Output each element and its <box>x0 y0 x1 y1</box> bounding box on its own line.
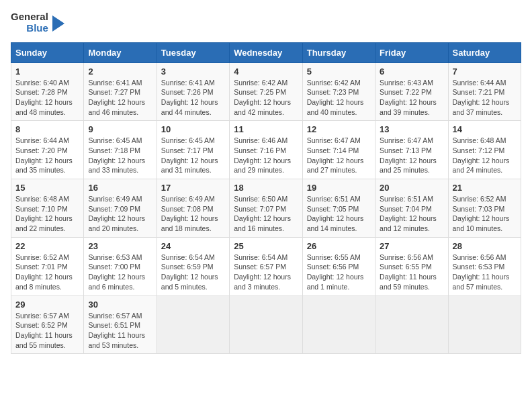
calendar-cell: 23Sunrise: 6:53 AM Sunset: 7:00 PM Dayli… <box>84 237 157 295</box>
day-number: 11 <box>234 124 298 134</box>
logo: General Blue <box>11 11 64 34</box>
day-number: 10 <box>161 124 225 134</box>
day-number: 14 <box>453 124 517 134</box>
column-header-monday: Monday <box>84 42 157 62</box>
day-info: Sunrise: 6:42 AM Sunset: 7:25 PM Dayligh… <box>234 78 298 118</box>
calendar-week-row: 15Sunrise: 6:48 AM Sunset: 7:10 PM Dayli… <box>11 179 521 238</box>
day-info: Sunrise: 6:44 AM Sunset: 7:21 PM Dayligh… <box>453 78 517 118</box>
day-number: 27 <box>380 241 443 251</box>
calendar-table: SundayMondayTuesdayWednesdayThursdayFrid… <box>11 42 521 355</box>
calendar-week-row: 8Sunrise: 6:44 AM Sunset: 7:20 PM Daylig… <box>11 121 521 179</box>
calendar-cell: 29Sunrise: 6:57 AM Sunset: 6:52 PM Dayli… <box>11 295 84 354</box>
calendar-cell: 20Sunrise: 6:51 AM Sunset: 7:04 PM Dayli… <box>375 179 448 238</box>
calendar-cell: 1Sunrise: 6:40 AM Sunset: 7:28 PM Daylig… <box>11 62 84 121</box>
logo-arrow-icon <box>52 15 64 32</box>
calendar-cell: 8Sunrise: 6:44 AM Sunset: 7:20 PM Daylig… <box>11 121 84 179</box>
calendar-cell: 7Sunrise: 6:44 AM Sunset: 7:21 PM Daylig… <box>448 62 521 121</box>
day-info: Sunrise: 6:51 AM Sunset: 7:04 PM Dayligh… <box>380 194 443 234</box>
day-info: Sunrise: 6:56 AM Sunset: 6:53 PM Dayligh… <box>453 253 517 292</box>
day-info: Sunrise: 6:57 AM Sunset: 6:51 PM Dayligh… <box>88 311 152 351</box>
calendar-week-row: 29Sunrise: 6:57 AM Sunset: 6:52 PM Dayli… <box>11 295 521 354</box>
day-number: 23 <box>88 241 152 251</box>
day-info: Sunrise: 6:46 AM Sunset: 7:16 PM Dayligh… <box>234 136 298 175</box>
calendar-cell: 22Sunrise: 6:52 AM Sunset: 7:01 PM Dayli… <box>11 237 84 295</box>
day-number: 20 <box>380 183 443 193</box>
day-info: Sunrise: 6:47 AM Sunset: 7:14 PM Dayligh… <box>307 136 371 175</box>
column-header-tuesday: Tuesday <box>157 42 229 62</box>
column-header-friday: Friday <box>375 42 448 62</box>
calendar-cell: 26Sunrise: 6:55 AM Sunset: 6:56 PM Dayli… <box>302 237 375 295</box>
day-info: Sunrise: 6:52 AM Sunset: 7:01 PM Dayligh… <box>15 253 79 292</box>
day-number: 29 <box>15 300 79 310</box>
day-info: Sunrise: 6:48 AM Sunset: 7:12 PM Dayligh… <box>453 136 517 175</box>
day-number: 21 <box>453 183 517 193</box>
day-number: 16 <box>88 183 152 193</box>
day-info: Sunrise: 6:44 AM Sunset: 7:20 PM Dayligh… <box>15 136 79 175</box>
calendar-cell: 30Sunrise: 6:57 AM Sunset: 6:51 PM Dayli… <box>84 295 157 354</box>
day-info: Sunrise: 6:48 AM Sunset: 7:10 PM Dayligh… <box>15 194 79 234</box>
calendar-cell: 3Sunrise: 6:41 AM Sunset: 7:26 PM Daylig… <box>157 62 229 121</box>
calendar-cell: 10Sunrise: 6:45 AM Sunset: 7:17 PM Dayli… <box>157 121 229 179</box>
calendar-cell: 24Sunrise: 6:54 AM Sunset: 6:59 PM Dayli… <box>157 237 229 295</box>
calendar-header-row: SundayMondayTuesdayWednesdayThursdayFrid… <box>11 42 521 62</box>
day-number: 28 <box>453 241 517 251</box>
calendar-cell: 2Sunrise: 6:41 AM Sunset: 7:27 PM Daylig… <box>84 62 157 121</box>
calendar-cell: 18Sunrise: 6:50 AM Sunset: 7:07 PM Dayli… <box>230 179 302 238</box>
day-number: 26 <box>307 241 371 251</box>
day-info: Sunrise: 6:41 AM Sunset: 7:27 PM Dayligh… <box>88 78 152 118</box>
calendar-cell: 12Sunrise: 6:47 AM Sunset: 7:14 PM Dayli… <box>302 121 375 179</box>
day-number: 30 <box>88 300 152 310</box>
calendar-week-row: 1Sunrise: 6:40 AM Sunset: 7:28 PM Daylig… <box>11 62 521 121</box>
day-info: Sunrise: 6:42 AM Sunset: 7:23 PM Dayligh… <box>307 78 371 118</box>
day-number: 17 <box>161 183 225 193</box>
calendar-cell: 25Sunrise: 6:54 AM Sunset: 6:57 PM Dayli… <box>230 237 302 295</box>
day-info: Sunrise: 6:53 AM Sunset: 7:00 PM Dayligh… <box>88 253 152 292</box>
day-number: 7 <box>453 66 517 77</box>
day-number: 8 <box>15 124 79 134</box>
calendar-cell: 15Sunrise: 6:48 AM Sunset: 7:10 PM Dayli… <box>11 179 84 238</box>
day-number: 24 <box>161 241 225 251</box>
calendar-cell: 19Sunrise: 6:51 AM Sunset: 7:05 PM Dayli… <box>302 179 375 238</box>
day-info: Sunrise: 6:56 AM Sunset: 6:55 PM Dayligh… <box>380 253 443 292</box>
column-header-wednesday: Wednesday <box>230 42 302 62</box>
column-header-sunday: Sunday <box>11 42 84 62</box>
calendar-cell: 13Sunrise: 6:47 AM Sunset: 7:13 PM Dayli… <box>375 121 448 179</box>
calendar-cell: 17Sunrise: 6:49 AM Sunset: 7:08 PM Dayli… <box>157 179 229 238</box>
calendar-cell <box>302 295 375 354</box>
day-info: Sunrise: 6:40 AM Sunset: 7:28 PM Dayligh… <box>15 78 79 118</box>
day-info: Sunrise: 6:49 AM Sunset: 7:08 PM Dayligh… <box>161 194 225 234</box>
calendar-cell: 6Sunrise: 6:43 AM Sunset: 7:22 PM Daylig… <box>375 62 448 121</box>
calendar-cell: 21Sunrise: 6:52 AM Sunset: 7:03 PM Dayli… <box>448 179 521 238</box>
calendar-week-row: 22Sunrise: 6:52 AM Sunset: 7:01 PM Dayli… <box>11 237 521 295</box>
calendar-cell: 14Sunrise: 6:48 AM Sunset: 7:12 PM Dayli… <box>448 121 521 179</box>
calendar-cell <box>157 295 229 354</box>
day-info: Sunrise: 6:45 AM Sunset: 7:18 PM Dayligh… <box>88 136 152 175</box>
day-info: Sunrise: 6:41 AM Sunset: 7:26 PM Dayligh… <box>161 78 225 118</box>
logo-text-blue: Blue <box>26 22 48 34</box>
day-number: 2 <box>88 66 152 77</box>
day-info: Sunrise: 6:51 AM Sunset: 7:05 PM Dayligh… <box>307 194 371 234</box>
day-number: 22 <box>15 241 79 251</box>
day-info: Sunrise: 6:45 AM Sunset: 7:17 PM Dayligh… <box>161 136 225 175</box>
calendar-cell: 11Sunrise: 6:46 AM Sunset: 7:16 PM Dayli… <box>230 121 302 179</box>
day-number: 9 <box>88 124 152 134</box>
day-info: Sunrise: 6:47 AM Sunset: 7:13 PM Dayligh… <box>380 136 443 175</box>
day-info: Sunrise: 6:54 AM Sunset: 6:57 PM Dayligh… <box>234 253 298 292</box>
day-number: 18 <box>234 183 298 193</box>
day-info: Sunrise: 6:52 AM Sunset: 7:03 PM Dayligh… <box>453 194 517 234</box>
day-info: Sunrise: 6:49 AM Sunset: 7:09 PM Dayligh… <box>88 194 152 234</box>
page-header: General Blue <box>11 11 521 34</box>
day-info: Sunrise: 6:54 AM Sunset: 6:59 PM Dayligh… <box>161 253 225 292</box>
day-info: Sunrise: 6:55 AM Sunset: 6:56 PM Dayligh… <box>307 253 371 292</box>
day-number: 19 <box>307 183 371 193</box>
calendar-cell <box>448 295 521 354</box>
calendar-cell: 9Sunrise: 6:45 AM Sunset: 7:18 PM Daylig… <box>84 121 157 179</box>
calendar-cell: 27Sunrise: 6:56 AM Sunset: 6:55 PM Dayli… <box>375 237 448 295</box>
day-number: 3 <box>161 66 225 77</box>
column-header-thursday: Thursday <box>302 42 375 62</box>
day-number: 1 <box>15 66 79 77</box>
calendar-cell <box>230 295 302 354</box>
logo-text-general: General <box>11 11 48 22</box>
calendar-cell: 4Sunrise: 6:42 AM Sunset: 7:25 PM Daylig… <box>230 62 302 121</box>
calendar-cell: 5Sunrise: 6:42 AM Sunset: 7:23 PM Daylig… <box>302 62 375 121</box>
